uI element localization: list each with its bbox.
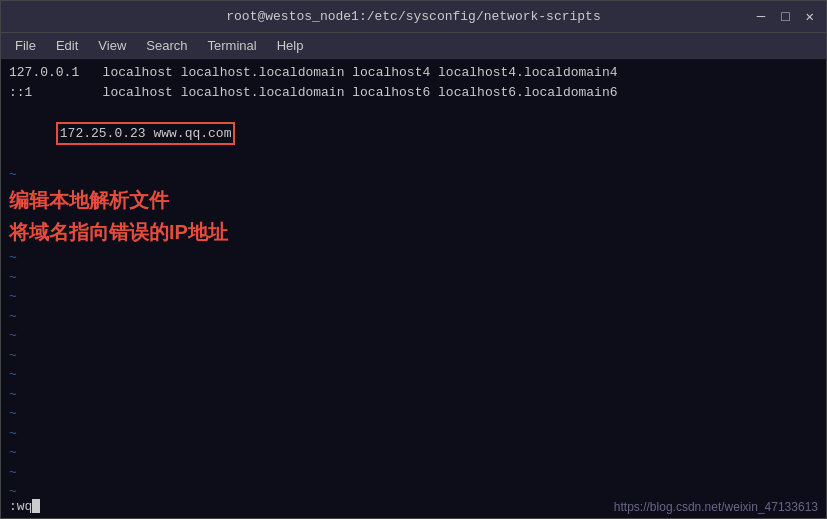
tilde-line-2: ~ [9, 248, 818, 268]
tilde-line-11: ~ [9, 424, 818, 444]
menu-file[interactable]: File [5, 36, 46, 55]
tilde-line-10: ~ [9, 404, 818, 424]
menu-terminal[interactable]: Terminal [198, 36, 267, 55]
annotation-line-2: 将域名指向错误的IP地址 [9, 216, 818, 248]
tilde-line-3: ~ [9, 268, 818, 288]
tilde-line-12: ~ [9, 443, 818, 463]
highlight-entry: 172.25.0.23 www.qq.com [56, 122, 236, 146]
terminal-line-3: 172.25.0.23 www.qq.com [9, 102, 818, 165]
tilde-line-5: ~ [9, 307, 818, 327]
terminal-line-2: ::1 localhost localhost.localdomain loca… [9, 83, 818, 103]
tilde-line-4: ~ [9, 287, 818, 307]
close-button[interactable]: ✕ [802, 8, 818, 26]
tilde-line-6: ~ [9, 326, 818, 346]
tilde-line-9: ~ [9, 385, 818, 405]
tilde-line-1: ~ [9, 165, 818, 185]
cursor [32, 499, 40, 513]
tilde-line-13: ~ [9, 463, 818, 483]
maximize-button[interactable]: □ [777, 8, 793, 26]
terminal-window: root@westos_node1:/etc/sysconfig/network… [0, 0, 827, 519]
menu-search[interactable]: Search [136, 36, 197, 55]
terminal-line-1: 127.0.0.1 localhost localhost.localdomai… [9, 63, 818, 83]
menu-edit[interactable]: Edit [46, 36, 88, 55]
menu-view[interactable]: View [88, 36, 136, 55]
command-text: :wq [9, 499, 32, 514]
watermark: https://blog.csdn.net/weixin_47133613 [614, 500, 818, 514]
menu-help[interactable]: Help [267, 36, 314, 55]
terminal-body[interactable]: 127.0.0.1 localhost localhost.localdomai… [1, 59, 826, 518]
annotation-line-1: 编辑本地解析文件 [9, 184, 818, 216]
title-bar: root@westos_node1:/etc/sysconfig/network… [1, 1, 826, 33]
tilde-line-7: ~ [9, 346, 818, 366]
menu-bar: File Edit View Search Terminal Help [1, 33, 826, 59]
tilde-line-8: ~ [9, 365, 818, 385]
window-title: root@westos_node1:/etc/sysconfig/network… [226, 9, 600, 24]
window-controls: ─ □ ✕ [753, 8, 818, 26]
minimize-button[interactable]: ─ [753, 8, 769, 26]
